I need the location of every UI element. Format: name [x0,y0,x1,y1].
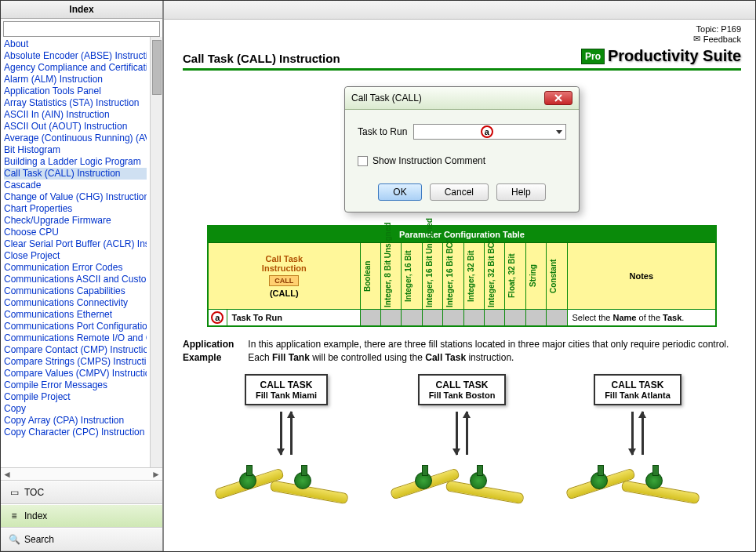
index-item[interactable]: Copy Character (CPC) Instruction [4,427,147,438]
index-item[interactable]: Communications Port Configuration [4,321,147,332]
arrow-up-icon [290,412,293,455]
index-item[interactable]: Compile Error Messages [4,380,147,391]
index-item[interactable]: Communication Error Codes [4,262,147,274]
index-item[interactable]: Average (Continuous Running) (AVGR) Inst… [4,133,147,144]
marker-a-icon: a [481,125,493,138]
stations-row: CALL TASKFill Tank Miami CALL TASKFill T… [183,374,741,528]
call-task-box: CALL TASKFill Tank Boston [418,374,507,405]
station: CALL TASKFill Tank Miami [216,374,357,528]
index-item[interactable]: Compare Values (CMPV) Instruction [4,368,147,380]
index-item[interactable]: Absolute Encoder (ABSE) Instruction [4,50,147,62]
index-item[interactable]: Communications ASCII and Custom Protocol [4,274,147,285]
feedback-link[interactable]: ✉Feedback [183,34,741,44]
app-example-label: Application Example [183,338,234,365]
index-item[interactable]: Call Task (CALL) Instruction [4,168,147,180]
call-task-box: CALL TASKFill Tank Atlanta [594,374,681,405]
page-title: Call Task (CALL) Instruction [183,52,340,65]
help-button[interactable]: Help [496,183,546,201]
index-item[interactable]: ASCII In (AIN) Instruction [4,109,147,121]
index-item[interactable]: Array Statistics (STA) Instruction [4,97,147,109]
index-item[interactable]: Building a Ladder Logic Program [4,156,147,168]
col-float32: Float, 32 Bit [507,245,516,307]
index-icon: ≡ [9,510,20,521]
arrow-up-icon [466,412,468,455]
index-item[interactable]: ASCII Out (AOUT) Instruction [4,121,147,133]
col-notes: Notes [567,243,716,310]
index-item[interactable]: Compile Project [4,391,147,403]
book-icon: ▭ [9,487,20,498]
index-item[interactable]: Choose CPU [4,227,147,238]
task-to-run-label: Task to Run [358,126,407,137]
call-task-dialog: Call Task (CALL) Task to Run a [344,86,580,212]
index-item[interactable]: Alarm (ALM) Instruction [4,74,147,85]
index-item[interactable]: Copy Array (CPA) Instruction [4,415,147,427]
index-item[interactable]: About [4,38,147,50]
nav-tab-index[interactable]: ≡Index [1,504,162,528]
row-marker-a: a [211,311,224,324]
index-item[interactable]: Compare Strings (CMPS) Instruction [4,356,147,368]
instruction-cell: Call TaskInstruction CALL (CALL) [208,243,360,310]
show-comment-label: Show Instruction Comment [373,155,485,166]
arrow-down-icon [280,412,282,455]
station: CALL TASKFill Tank Boston [391,374,532,528]
index-item[interactable]: Communications Remote I/O and GS Drives [4,332,147,344]
index-list[interactable]: AboutAbsolute Encoder (ABSE) Instruction… [1,37,150,467]
ptable-header: Parameter Configuration Table [208,226,716,243]
arrow-down-icon [456,412,458,455]
col-boolean: Boolean [363,245,372,307]
col-int32bcd: Integer, 32 Bit BCD [487,245,496,307]
dialog-title: Call Task (CALL) [351,93,422,104]
index-item[interactable]: Copy [4,403,147,415]
arrow-down-icon [631,412,634,455]
index-search-input[interactable] [3,21,160,37]
nav-tab-search[interactable]: 🔍Search [1,528,162,551]
brand: Pro Productivity Suite [581,47,741,65]
ok-button[interactable]: OK [378,183,421,201]
app-example-text: In this application example, there are t… [248,338,741,365]
index-item[interactable]: Communications Connectivity [4,297,147,309]
show-comment-checkbox[interactable] [358,156,368,166]
cancel-button[interactable]: Cancel [430,183,489,201]
station: CALL TASKFill Tank Atlanta [567,374,708,528]
pipe-diagram [216,458,357,528]
col-int16: Integer, 16 Bit [404,245,413,307]
index-item[interactable]: Chart Properties [4,203,147,215]
col-int16u: Integer, 16 Bit Unsigned [425,245,434,307]
index-item[interactable]: Application Tools Panel [4,85,147,97]
index-item[interactable]: Compare Contact (CMP) Instruction [4,344,147,356]
index-item[interactable]: Agency Compliance and Certifications [4,62,147,74]
index-item[interactable]: Close Project [4,250,147,262]
arrow-up-icon [642,412,644,455]
pipe-diagram [567,458,708,528]
row-task-to-run: Task To Run [227,310,360,327]
sidebar: Index AboutAbsolute Encoder (ABSE) Instr… [1,1,164,551]
index-scrollbar[interactable] [150,37,162,467]
dialog-close-button[interactable] [544,91,572,105]
index-item[interactable]: Bit Histogram [4,144,147,156]
col-int16bcd: Integer, 16 Bit BCD [445,245,454,307]
index-item[interactable]: Clear Serial Port Buffer (ACLR) Instruct… [4,238,147,250]
main-panel: Topic: P169 ✉Feedback Call Task (CALL) I… [164,1,755,551]
index-item[interactable]: Communications Capabilities [4,285,147,297]
nav-tab-toc[interactable]: ▭TOC [1,481,162,504]
search-icon: 🔍 [9,534,20,545]
pipe-diagram [391,458,532,528]
call-task-box: CALL TASKFill Tank Miami [245,374,328,405]
task-to-run-dropdown[interactable]: a [413,124,566,140]
col-constant: Constant [549,245,558,307]
brand-text: Productivity Suite [608,47,741,65]
index-item[interactable]: Communications Ethernet [4,309,147,321]
col-int8u: Integer, 8 Bit Unsigned [383,245,392,307]
col-int32: Integer, 32 Bit [467,245,475,307]
row-notes: Select the Name of the Task. [567,310,716,327]
call-badge: CALL [269,275,299,286]
parameter-config-table: Parameter Configuration Table Call TaskI… [207,225,717,327]
index-item[interactable]: Change of Value (CHG) Instruction [4,191,147,203]
main-toolbar [164,1,755,20]
topic-id: Topic: P169 [183,24,741,34]
index-h-scrollbar[interactable]: ◄► [1,467,162,480]
index-item[interactable]: Cascade [4,180,147,191]
brand-badge: Pro [581,49,605,64]
index-item[interactable]: Check/Upgrade Firmware [4,215,147,227]
chevron-down-icon [556,130,562,134]
